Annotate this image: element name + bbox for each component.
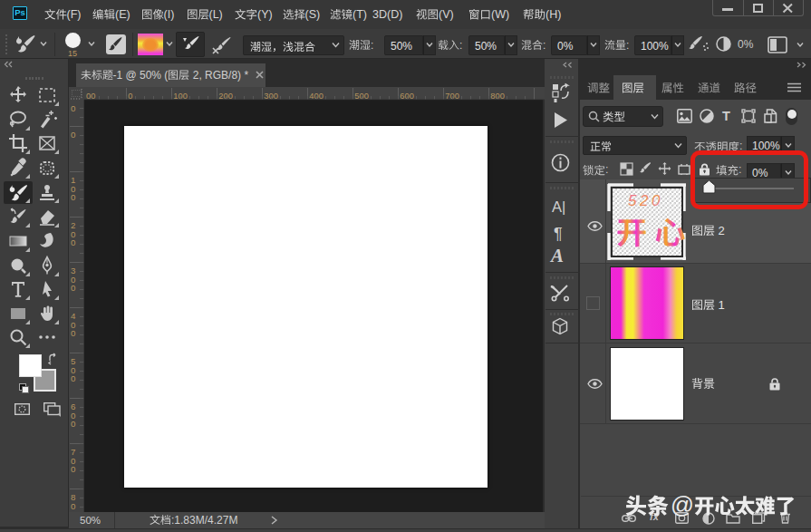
svg-text:0: 0 xyxy=(71,283,76,293)
svg-text:0: 0 xyxy=(128,92,132,101)
svg-text:520: 520 xyxy=(628,192,663,209)
svg-text:0: 0 xyxy=(71,419,76,429)
svg-text:0: 0 xyxy=(71,103,76,113)
svg-text:0: 0 xyxy=(71,373,76,383)
svg-text:00: 00 xyxy=(86,92,95,101)
svg-text:0: 0 xyxy=(71,192,76,202)
svg-text:0: 0 xyxy=(71,130,76,140)
svg-text:0: 0 xyxy=(71,237,76,247)
svg-text:0: 0 xyxy=(71,464,76,474)
svg-text:0: 0 xyxy=(71,328,76,338)
